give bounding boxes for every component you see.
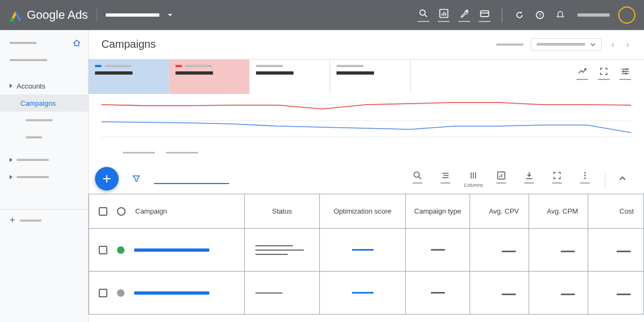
avg-cpv-cell <box>502 251 516 252</box>
col-avg-cpm[interactable]: Avg. CPM <box>547 207 578 215</box>
next-button[interactable]: › <box>624 40 631 49</box>
bar-chart-icon <box>438 8 449 19</box>
expand-table-button[interactable] <box>546 170 568 184</box>
sidebar-item[interactable] <box>0 129 88 146</box>
campaign-type-cell <box>431 292 445 294</box>
help-button[interactable]: ? <box>531 4 548 26</box>
adjust-chart-button[interactable] <box>619 66 631 94</box>
sidebar-campaigns-label: Campaigns <box>20 99 56 107</box>
caret-right-icon <box>10 175 12 179</box>
reports-button[interactable] <box>490 170 513 184</box>
col-campaign[interactable]: Campaign <box>135 207 167 215</box>
segment-button[interactable] <box>434 170 457 184</box>
avg-cpm-cell <box>561 251 575 252</box>
svg-line-21 <box>419 177 421 179</box>
optimization-score-cell[interactable] <box>352 292 374 294</box>
sidebar-accounts[interactable]: Accounts <box>0 77 88 94</box>
table-row[interactable] <box>89 272 644 314</box>
status-filter-radio[interactable] <box>117 207 126 216</box>
avg-cpm-cell <box>561 294 575 295</box>
plus-icon: + <box>10 215 16 226</box>
select-all-checkbox[interactable] <box>99 207 107 216</box>
columns-icon <box>468 170 479 181</box>
svg-point-0 <box>10 18 14 22</box>
optimization-score-cell[interactable] <box>352 249 374 251</box>
col-optimization[interactable]: Optimization score <box>334 207 392 215</box>
page-header: Campaigns ‹ › <box>89 30 644 59</box>
metric-card-2[interactable] <box>169 60 250 94</box>
campaign-name-link[interactable] <box>134 291 209 295</box>
status-dot-enabled[interactable] <box>117 246 125 254</box>
new-campaign-button[interactable]: + <box>95 167 119 191</box>
collapse-chart-button[interactable] <box>614 170 631 187</box>
refresh-icon <box>514 10 525 20</box>
prev-button[interactable]: ‹ <box>609 40 616 49</box>
header-divider <box>97 9 97 21</box>
expand-chart-button[interactable] <box>598 66 610 94</box>
svg-point-1 <box>420 10 425 15</box>
search-button[interactable] <box>415 4 432 26</box>
columns-label: Columns <box>464 182 483 188</box>
trend-icon <box>577 66 588 77</box>
svg-rect-6 <box>445 12 447 16</box>
caret-right-icon <box>10 84 12 88</box>
download-button[interactable] <box>518 170 540 184</box>
chevron-down-icon <box>590 42 596 47</box>
row-checkbox[interactable] <box>99 289 107 297</box>
sidebar-add[interactable]: + <box>0 209 88 231</box>
table-row[interactable] <box>89 229 644 272</box>
table-toolbar: + Columns <box>89 164 644 194</box>
chevron-down-icon <box>167 12 173 18</box>
table-search-button[interactable] <box>406 170 429 184</box>
status-cell <box>255 292 309 294</box>
metric-scorecards <box>89 59 644 94</box>
page-title: Campaigns <box>101 38 156 50</box>
sidebar-item[interactable] <box>0 169 88 186</box>
logo-group: Google Ads <box>9 8 88 22</box>
billing-button[interactable] <box>476 4 493 26</box>
cost-cell <box>617 294 631 295</box>
svg-line-2 <box>425 15 427 17</box>
row-checkbox[interactable] <box>99 246 107 254</box>
notifications-button[interactable] <box>552 4 569 26</box>
campaign-name-link[interactable] <box>134 248 209 252</box>
account-selector[interactable] <box>106 12 173 18</box>
chevron-up-icon <box>618 174 627 183</box>
header-tools: ? <box>415 4 635 26</box>
refresh-button[interactable] <box>511 4 528 26</box>
columns-button[interactable]: Columns <box>462 170 485 188</box>
svg-rect-15 <box>623 70 625 72</box>
filter-icon[interactable] <box>131 174 141 184</box>
user-avatar[interactable] <box>618 6 635 24</box>
col-cost[interactable]: Cost <box>619 207 634 215</box>
reports-button[interactable] <box>435 4 452 26</box>
campaigns-table: Campaign Status Optimization score Campa… <box>89 194 644 314</box>
sidebar-item[interactable] <box>0 52 88 69</box>
svg-rect-14 <box>626 68 628 70</box>
svg-point-31 <box>584 172 586 173</box>
more-button[interactable] <box>574 170 596 184</box>
tools-button[interactable] <box>456 4 473 26</box>
col-avg-cpv[interactable]: Avg. CPV <box>489 207 519 215</box>
col-status[interactable]: Status <box>272 207 292 215</box>
help-icon: ? <box>535 10 545 20</box>
chart-type-button[interactable] <box>576 66 588 94</box>
svg-rect-16 <box>625 73 627 75</box>
sidebar-overview[interactable] <box>0 34 88 52</box>
svg-rect-5 <box>443 12 444 16</box>
svg-point-32 <box>584 174 586 176</box>
expand-icon <box>552 170 562 181</box>
svg-point-20 <box>414 172 419 177</box>
col-type[interactable]: Campaign type <box>414 207 461 215</box>
status-dot-paused[interactable] <box>117 289 125 297</box>
sidebar-item[interactable] <box>0 151 88 169</box>
sidebar-item[interactable] <box>0 112 88 129</box>
metric-card-4[interactable] <box>330 60 411 94</box>
svg-rect-29 <box>500 175 501 177</box>
metric-card-3[interactable] <box>250 60 330 94</box>
sidebar-campaigns[interactable]: Campaigns <box>0 94 88 112</box>
view-selector[interactable]: ‹ › <box>496 38 631 51</box>
caret-right-icon <box>10 158 12 162</box>
filter-input[interactable] <box>154 173 229 184</box>
metric-card-1[interactable] <box>89 60 169 94</box>
